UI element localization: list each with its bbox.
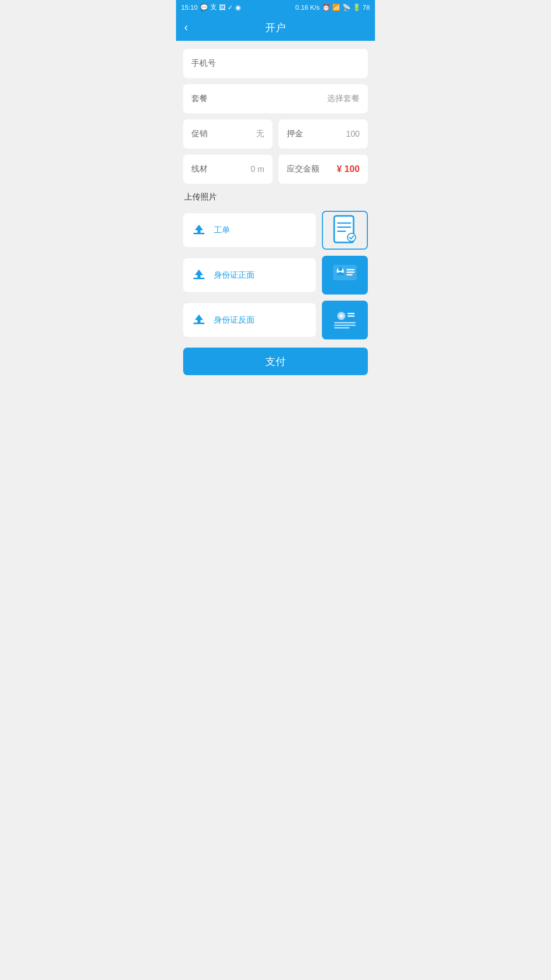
svg-rect-13 — [346, 272, 355, 273]
check-icon: ✓ — [228, 4, 233, 11]
message-icon: 💬 — [200, 4, 208, 11]
svg-rect-14 — [346, 274, 353, 276]
signal-icon: 📡 — [342, 4, 350, 11]
back-button[interactable]: ‹ — [184, 21, 188, 34]
svg-point-11 — [338, 267, 342, 271]
svg-rect-22 — [334, 322, 356, 324]
pay-icon: 支 — [210, 3, 217, 12]
phone-field[interactable]: 手机号 — [183, 49, 368, 78]
svg-marker-8 — [195, 270, 203, 278]
wire-value: 0 m — [251, 165, 264, 174]
alarm-icon: ⏰ — [322, 4, 330, 11]
battery-level: 78 — [363, 4, 370, 11]
status-right: 0.16 K/s ⏰ 📶 📡 🔋 78 — [295, 4, 370, 11]
status-left: 15:10 💬 支 🖼 ✓ ◉ — [181, 3, 241, 12]
id-front-preview — [322, 256, 368, 295]
svg-point-6 — [347, 233, 356, 241]
svg-marker-1 — [195, 225, 203, 233]
id-back-preview — [322, 301, 368, 339]
network-speed: 0.16 K/s — [295, 4, 320, 11]
package-field[interactable]: 套餐 选择套餐 — [183, 84, 368, 113]
status-bar: 15:10 💬 支 🖼 ✓ ◉ 0.16 K/s ⏰ 📶 📡 🔋 78 — [176, 0, 375, 14]
svg-marker-16 — [195, 314, 203, 323]
package-value: 选择套餐 — [327, 93, 360, 104]
upload-section-title: 上传照片 — [183, 190, 368, 205]
id-front-upload-button[interactable]: 身份证正面 — [183, 258, 316, 292]
svg-point-19 — [340, 315, 343, 317]
id-front-row: 身份证正面 — [183, 256, 368, 295]
wire-amount-row: 线材 0 m 应交金额 ¥ 100 — [183, 155, 368, 184]
svg-rect-20 — [347, 313, 355, 314]
svg-rect-24 — [334, 327, 349, 329]
promo-value: 无 — [256, 129, 264, 139]
amount-label: 应交金额 — [287, 164, 319, 175]
upload-section: 工单 — [183, 211, 368, 339]
globe-icon: ◉ — [235, 4, 241, 11]
battery-icon: 🔋 — [353, 4, 361, 11]
svg-rect-21 — [347, 315, 355, 317]
promo-deposit-row: 促销 无 押金 100 — [183, 119, 368, 149]
wire-field[interactable]: 线材 0 m — [183, 155, 272, 184]
upload-arrow-icon-3 — [191, 312, 207, 328]
id-front-label: 身份证正面 — [214, 270, 255, 281]
id-back-upload-button[interactable]: 身份证反面 — [183, 303, 316, 337]
workorder-preview — [322, 211, 368, 250]
upload-arrow-icon — [191, 223, 207, 238]
package-label: 套餐 — [191, 93, 208, 104]
header: ‹ 开户 — [176, 14, 375, 41]
wire-label: 线材 — [191, 164, 208, 175]
amount-field: 应交金额 ¥ 100 — [279, 155, 368, 184]
promo-label: 促销 — [191, 129, 208, 139]
wifi-icon: 📶 — [332, 4, 340, 11]
deposit-value: 100 — [346, 130, 360, 139]
amount-value: ¥ 100 — [337, 164, 360, 175]
svg-rect-12 — [346, 269, 355, 271]
image-icon: 🖼 — [219, 4, 226, 11]
workorder-row: 工单 — [183, 211, 368, 250]
id-back-label: 身份证反面 — [214, 315, 255, 326]
status-time: 15:10 — [181, 4, 198, 11]
workorder-label: 工单 — [214, 225, 230, 236]
workorder-upload-button[interactable]: 工单 — [183, 213, 316, 247]
main-content: 手机号 套餐 选择套餐 促销 无 押金 100 线材 0 m 应交金额 ¥ 10… — [176, 41, 375, 383]
svg-rect-23 — [334, 325, 356, 326]
deposit-label: 押金 — [287, 129, 303, 139]
id-back-row: 身份证反面 — [183, 301, 368, 339]
phone-label: 手机号 — [191, 58, 216, 69]
page-title: 开户 — [265, 21, 286, 35]
upload-arrow-icon-2 — [191, 267, 207, 283]
promo-field[interactable]: 促销 无 — [183, 119, 272, 149]
deposit-field[interactable]: 押金 100 — [279, 119, 368, 149]
pay-button[interactable]: 支付 — [183, 348, 368, 375]
